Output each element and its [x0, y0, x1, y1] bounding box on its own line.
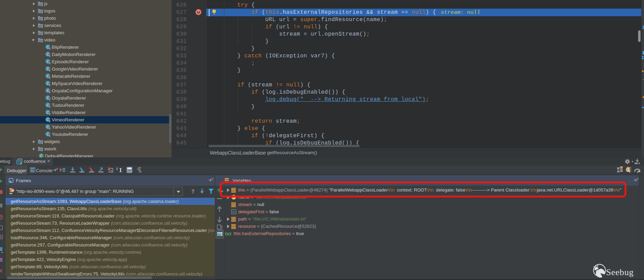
- svg-text:s: s: [10, 180, 11, 183]
- svg-text:01: 01: [232, 210, 236, 214]
- svg-text:C: C: [40, 154, 43, 158]
